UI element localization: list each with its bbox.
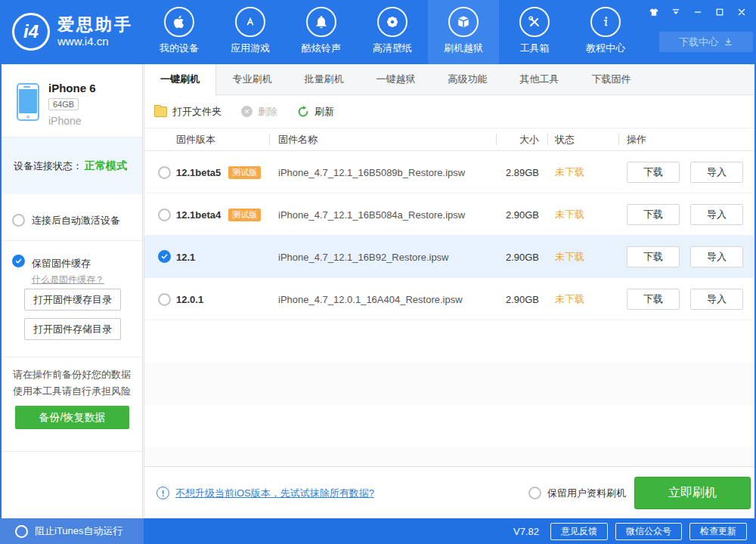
collapse-icon[interactable] [670,6,681,17]
auto-activate-radio[interactable] [12,214,25,227]
import-button[interactable]: 导入 [690,246,743,267]
download-button[interactable]: 下载 [627,162,680,183]
divider [2,240,142,241]
nav-item-flash-jailbreak[interactable]: 刷机越狱 [428,0,499,64]
table-row[interactable]: 12.1beta5测试版 iPhone_4.7_12.1_16B5089b_Re… [144,151,754,193]
toolbar: 打开文件夹 ✕ 删除 刷新 [144,95,754,128]
keep-cache-label: 保留固件缓存 [32,257,91,270]
tab-batch-flash[interactable]: 批量刷机 [288,64,360,94]
wechat-account-button[interactable]: 微信公众号 [615,523,682,540]
erase-all-data-link[interactable]: 不想升级当前iOS版本，先试试抹除所有数据? [175,487,374,500]
backup-restore-button[interactable]: 备份/恢复数据 [15,406,129,429]
keep-user-data-option: 保留用户资料刷机 [528,467,626,519]
main-panel: 一键刷机 专业刷机 批量刷机 一键越狱 高级功能 其他工具 下载固件 打开文件夹… [144,64,754,518]
tab-download-firmware[interactable]: 下载固件 [575,64,647,94]
bell-icon [306,7,336,37]
device-capacity-badge: 64GB [48,98,79,110]
firmware-status: 未下载 [555,278,584,320]
empty-stripe [144,363,754,405]
import-button[interactable]: 导入 [690,204,743,225]
phone-icon [17,83,39,121]
open-cache-dir-button[interactable]: 打开固件缓存目录 [24,289,121,311]
check-icon [160,252,169,261]
keep-user-data-radio[interactable] [528,487,541,499]
firmware-name: iPhone_4.7_12.1_16B5089b_Restore.ipsw [278,151,465,193]
import-button[interactable]: 导入 [690,162,743,183]
download-button[interactable]: 下载 [627,289,680,310]
refresh-button[interactable]: 刷新 [297,105,334,119]
folder-icon [154,107,167,117]
nav-item-ringtones[interactable]: 酷炫铃声 [286,0,357,64]
firmware-status: 未下载 [555,193,584,236]
col-size: 大小 [477,133,539,147]
check-icon [14,257,23,265]
feedback-button[interactable]: 意见反馈 [550,523,608,540]
row-radio-checked[interactable] [158,250,171,263]
table-row[interactable]: 12.0.1 iPhone_4.7_12.0.1_16A404_Restore.… [144,278,754,320]
col-firmware-name: 固件名称 [278,133,318,147]
import-button[interactable]: 导入 [690,289,743,310]
app-url: www.i4.cn [57,35,133,48]
firmware-name: iPhone_4.7_12.0.1_16A404_Restore.ipsw [278,278,463,320]
nav-label: 工具箱 [520,42,550,55]
nav-item-toolbox[interactable]: 工具箱 [499,0,570,64]
firmware-version: 12.0.1 [176,294,203,305]
nav-item-my-devices[interactable]: 我的设备 [144,0,215,64]
alert-icon: ! [156,487,169,499]
tab-one-click-jailbreak[interactable]: 一键越狱 [360,64,432,94]
nav-item-wallpapers[interactable]: 高清壁纸 [357,0,428,64]
delete-label: 删除 [258,105,277,119]
download-button[interactable]: 下载 [627,204,680,225]
col-firmware-version: 固件版本 [176,133,215,147]
table-header: 固件版本 固件名称 大小 状态 操作 [144,128,754,151]
download-button[interactable]: 下载 [627,246,680,267]
tab-advanced[interactable]: 高级功能 [432,64,503,94]
auto-activate-label: 连接后自动激活设备 [32,214,120,227]
firmware-version: 12.1beta4 [176,209,221,221]
check-update-button[interactable]: 检查更新 [689,523,747,540]
status-bar: 阻止iTunes自动运行 V7.82 意见反馈 微信公众号 检查更新 [0,518,756,544]
firmware-version: 12.1 [176,252,195,263]
row-radio[interactable] [158,293,171,306]
tab-other-tools[interactable]: 其他工具 [503,64,575,94]
app-logo: i4 爱思助手 www.i4.cn [12,13,133,51]
column-separator [269,134,270,145]
minimize-icon[interactable] [692,6,703,17]
firmware-size: 2.89GB [477,151,539,193]
column-separator [547,134,548,145]
firmware-name: iPhone_4.7_12.1_16B92_Restore.ipsw [278,236,449,278]
nav-label: 高清壁纸 [373,42,412,55]
row-radio[interactable] [158,166,171,179]
firmware-status: 未下载 [555,236,584,278]
nav-item-apps-games[interactable]: 应用游戏 [215,0,286,64]
row-radio[interactable] [158,209,171,221]
firmware-list: 12.1beta5测试版 iPhone_4.7_12.1_16B5089b_Re… [144,151,754,468]
skin-tshirt-icon[interactable] [648,6,659,17]
app-version: V7.82 [513,526,539,537]
table-row-selected[interactable]: 12.1 iPhone_4.7_12.1_16B92_Restore.ipsw … [144,236,754,278]
open-folder-button[interactable]: 打开文件夹 [154,105,222,119]
keep-cache-checkbox[interactable] [12,255,25,267]
open-storage-dir-button[interactable]: 打开固件存储目录 [24,318,121,340]
maximize-icon[interactable] [714,6,725,17]
main-nav: 我的设备 应用游戏 酷炫铃声 高清壁纸 刷机越狱 工具箱 [144,0,641,64]
i4-logo-icon: i4 [12,13,50,51]
firmware-size: 2.90GB [477,236,539,278]
close-icon[interactable] [736,6,747,17]
col-actions: 操作 [627,133,646,147]
delete-icon: ✕ [241,106,253,117]
status-bar-right: V7.82 意见反馈 微信公众号 检查更新 [144,518,756,544]
table-row[interactable]: 12.1beta4测试版 iPhone_4.7_12.1_16B5084a_Re… [144,193,754,236]
cache-help-link[interactable]: 什么是固件缓存？ [32,274,104,286]
block-itunes-radio[interactable] [15,525,28,538]
tab-one-click-flash[interactable]: 一键刷机 [144,64,216,95]
flash-now-button[interactable]: 立即刷机 [634,477,751,509]
download-center-button[interactable]: 下载中心 [659,32,753,52]
tab-pro-flash[interactable]: 专业刷机 [216,64,288,94]
backup-warning-line2: 使用本工具请自行承担风险 [2,385,142,398]
beta-badge: 测试版 [228,166,261,179]
delete-button[interactable]: ✕ 删除 [241,105,277,119]
connection-status-section: 设备连接状态： 正常模式 [2,137,142,194]
divider [2,451,142,452]
nav-item-tutorials[interactable]: 教程中心 [570,0,641,64]
